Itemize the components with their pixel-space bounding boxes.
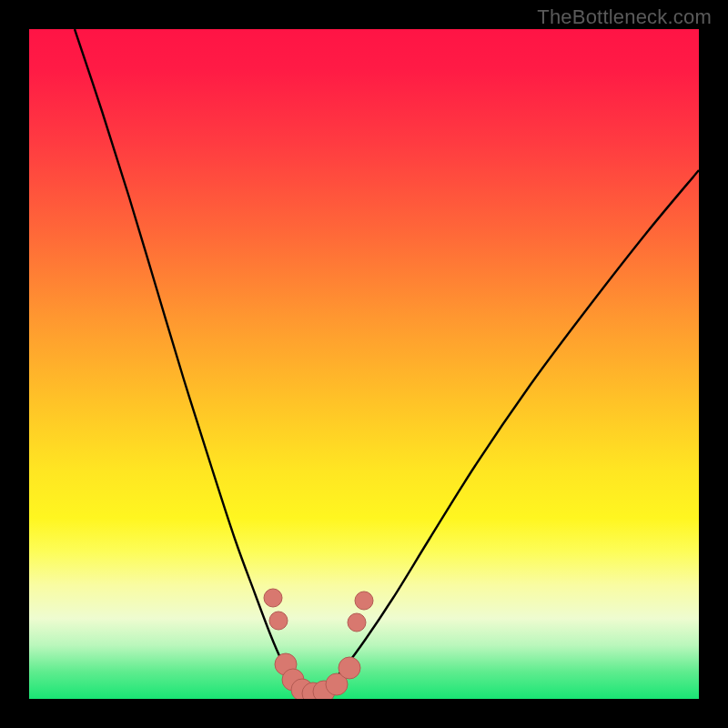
data-marker bbox=[264, 589, 282, 607]
data-marker bbox=[269, 612, 288, 630]
plot-area bbox=[29, 29, 699, 699]
chart-frame: TheBottleneck.com bbox=[0, 0, 728, 728]
data-marker bbox=[348, 613, 366, 632]
markers-group bbox=[264, 589, 373, 699]
data-marker bbox=[339, 657, 360, 679]
watermark-text: TheBottleneck.com bbox=[537, 5, 712, 29]
curve-layer bbox=[29, 29, 699, 699]
right-curve bbox=[309, 170, 699, 696]
data-marker bbox=[355, 592, 373, 610]
